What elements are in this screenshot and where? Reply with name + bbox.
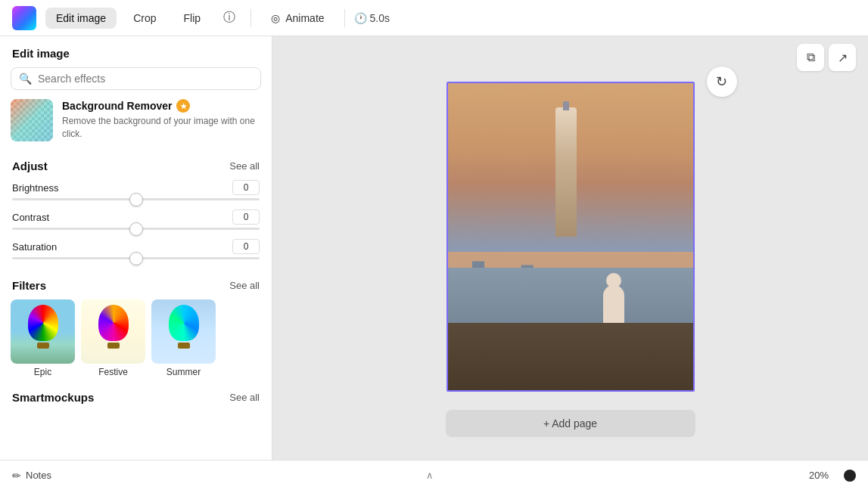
saturation-slider-thumb[interactable] (129, 252, 143, 265)
clock-icon: 🕐 (354, 12, 367, 24)
image-ground (448, 323, 693, 390)
brightness-slider-thumb[interactable] (129, 193, 143, 206)
adjust-title: Adjust (12, 160, 48, 172)
image-water (448, 268, 693, 323)
contrast-slider-track[interactable] (12, 228, 260, 230)
image-tower (555, 107, 577, 237)
sidebar: Edit image 🔍 Background Remover ★ Remove… (0, 36, 272, 460)
chevron-up-icon: ∧ (426, 470, 434, 481)
bg-remover-info: Background Remover ★ Remove the backgrou… (62, 99, 261, 141)
saturation-value: 0 (232, 239, 260, 254)
bottom-bar: ✏ Notes ∧ 20% (0, 460, 868, 490)
crop-button[interactable]: Crop (123, 8, 166, 29)
saturation-label: Saturation (12, 241, 57, 253)
bg-remover-title: Background Remover ★ (62, 99, 261, 113)
notes-icon: ✏ (12, 470, 21, 482)
frame-wrapper: ↻ (446, 82, 695, 392)
filters-grid: Epic Festive (0, 296, 272, 386)
time-display: 🕐 5.0s (354, 12, 390, 24)
main-layout: Edit image 🔍 Background Remover ★ Remove… (0, 36, 868, 460)
info-button[interactable]: ⓘ (217, 6, 241, 30)
zoom-indicator (844, 470, 856, 482)
refresh-icon: ↻ (716, 73, 727, 90)
sidebar-title: Edit image (0, 36, 272, 67)
image-person (603, 285, 624, 323)
contrast-label: Contrast (12, 212, 49, 223)
search-input[interactable] (38, 73, 253, 85)
filter-summer-label: Summer (166, 367, 201, 377)
info-icon: ⓘ (223, 10, 235, 26)
brightness-value: 0 (232, 180, 260, 195)
export-icon: ↗ (838, 51, 848, 65)
zoom-level: 20% (809, 470, 829, 481)
filters-title: Filters (12, 279, 46, 292)
saturation-slider-track[interactable] (12, 257, 260, 259)
balloon-festive (98, 305, 129, 349)
crown-badge: ★ (176, 99, 190, 113)
filter-epic-thumbnail (11, 299, 75, 364)
filter-festive[interactable]: Festive (81, 299, 145, 377)
filter-epic[interactable]: Epic (11, 299, 75, 377)
saturation-row: Saturation 0 (0, 236, 272, 265)
filter-summer[interactable]: Summer (151, 299, 216, 377)
canvas-tools: ⧉ ↗ (797, 44, 856, 71)
refresh-button[interactable]: ↻ (707, 67, 737, 97)
search-box: 🔍 (11, 67, 261, 90)
smartmockups-section-header: Smartmockups See all (0, 386, 272, 410)
adjust-see-all-button[interactable]: See all (229, 160, 260, 172)
balloon-summer (169, 305, 199, 349)
bg-remover-description: Remove the background of your image with… (62, 115, 261, 141)
contrast-slider-thumb[interactable] (129, 222, 143, 236)
app-logo (12, 6, 36, 30)
balloon-epic (28, 305, 58, 349)
filter-summer-thumbnail (151, 299, 216, 364)
canvas-area: ⧉ ↗ ↻ (272, 36, 868, 460)
contrast-row: Contrast 0 (0, 206, 272, 236)
edit-image-button[interactable]: Edit image (45, 8, 117, 29)
toolbar-divider (250, 9, 251, 27)
copy-icon: ⧉ (807, 51, 815, 64)
filters-section-header: Filters See all (0, 273, 272, 296)
background-remover-card[interactable]: Background Remover ★ Remove the backgrou… (11, 99, 261, 141)
brightness-row: Brightness 0 (0, 177, 272, 206)
brightness-label: Brightness (12, 182, 58, 194)
brightness-slider-track[interactable] (12, 198, 260, 200)
add-page-button[interactable]: + Add page (446, 410, 695, 437)
toolbar-divider-2 (344, 9, 345, 27)
animate-icon: ◎ (271, 12, 280, 24)
filters-see-all-button[interactable]: See all (229, 280, 260, 291)
flip-button[interactable]: Flip (173, 8, 212, 29)
contrast-value: 0 (232, 209, 260, 225)
toolbar: Edit image Crop Flip ⓘ ◎ Animate 🕐 5.0s (0, 0, 868, 36)
filter-epic-label: Epic (34, 367, 51, 377)
search-icon: 🔍 (19, 73, 32, 85)
canvas-content: ↻ + Add page (446, 82, 695, 392)
animate-button[interactable]: ◎ Animate (260, 8, 334, 29)
notes-button[interactable]: ✏ Notes (12, 470, 51, 482)
copy-canvas-button[interactable]: ⧉ (797, 44, 824, 71)
smartmockups-see-all-button[interactable]: See all (229, 392, 260, 403)
filter-festive-thumbnail (81, 299, 145, 364)
image-frame[interactable] (446, 82, 695, 392)
filter-festive-label: Festive (98, 367, 128, 377)
adjust-section-header: Adjust See all (0, 154, 272, 177)
export-canvas-button[interactable]: ↗ (829, 44, 856, 71)
bg-remover-thumbnail (11, 99, 53, 141)
smartmockups-title: Smartmockups (12, 391, 94, 404)
